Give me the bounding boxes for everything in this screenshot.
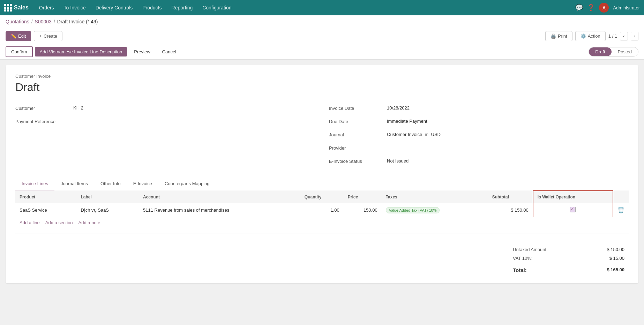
breadcrumb-s00003[interactable]: S00003 <box>35 19 52 24</box>
invoice-status-title: Draft <box>15 81 629 94</box>
nav-delivery-controls[interactable]: Delivery Controls <box>91 0 138 15</box>
vat-value: $ 15.00 <box>609 256 624 261</box>
tab-counterparts-mapping[interactable]: Counterparts Mapping <box>158 177 216 190</box>
breadcrumb: Quotations / S00003 / Draft Invoice (* 4… <box>0 15 644 28</box>
status-posted[interactable]: Posted <box>612 47 638 56</box>
toolbar: ✏️ Edit + Create 🖨️ Print ⚙️ Action 1 / … <box>0 28 644 44</box>
provider-input[interactable] <box>385 144 448 152</box>
invoice-type-label: Customer Invoice <box>15 74 629 79</box>
app-name: Sales <box>14 5 29 11</box>
preview-button[interactable]: Preview <box>129 47 155 56</box>
totals-untaxed-row: Untaxed Amount: $ 150.00 <box>513 245 624 254</box>
tab-invoice-lines[interactable]: Invoice Lines <box>15 177 54 190</box>
td-price[interactable]: 150.00 <box>344 203 382 217</box>
create-button[interactable]: + Create <box>34 31 62 41</box>
add-line-link[interactable]: Add a line <box>20 220 40 225</box>
einvoice-status-value: Not Issued <box>385 157 629 165</box>
avatar[interactable]: A <box>599 3 609 13</box>
th-quantity: Quantity <box>300 191 344 203</box>
action-button[interactable]: ⚙️ Action <box>575 31 606 41</box>
field-invoice-date: Invoice Date 10/28/2022 <box>329 104 629 114</box>
tax-badge[interactable]: Value Added Tax (VAT) 10% <box>386 207 440 213</box>
confirm-button[interactable]: Confirm <box>6 46 33 57</box>
action-bar: Confirm Add Vietnamese Invoice Line Desc… <box>0 44 644 60</box>
totals-section: Untaxed Amount: $ 150.00 VAT 10%: $ 15.0… <box>15 240 629 275</box>
totals-table: Untaxed Amount: $ 150.00 VAT 10%: $ 15.0… <box>513 245 624 275</box>
form-col-left: Customer KH 2 Payment Reference <box>15 104 315 171</box>
td-account[interactable]: 5111 Revenue from sales of merchandises <box>139 203 300 217</box>
user-name[interactable]: Administrator <box>613 5 640 10</box>
field-payment-ref: Payment Reference <box>15 118 315 127</box>
total-label: Total: <box>513 267 527 273</box>
edit-icon: ✏️ <box>11 33 16 39</box>
customer-value[interactable]: KH 2 <box>71 104 315 112</box>
journal-label: Journal <box>329 131 385 137</box>
th-account: Account <box>139 191 300 203</box>
due-date-label: Due Date <box>329 118 385 124</box>
td-label[interactable]: Dịch vụ SaaS <box>76 203 139 217</box>
provider-label: Provider <box>329 144 385 151</box>
breadcrumb-quotations[interactable]: Quotations <box>6 19 29 24</box>
th-actions <box>613 191 629 203</box>
tab-other-info[interactable]: Other Info <box>94 177 127 190</box>
tab-einvoice[interactable]: E-Invoice <box>127 177 158 190</box>
payment-ref-input[interactable] <box>71 118 135 126</box>
print-icon: 🖨️ <box>551 33 556 39</box>
print-button[interactable]: 🖨️ Print <box>545 31 572 41</box>
td-product[interactable]: SaaS Service <box>15 203 76 217</box>
add-section-link[interactable]: Add a section <box>45 220 73 225</box>
help-icon[interactable]: ❓ <box>587 4 595 12</box>
payment-ref-label: Payment Reference <box>15 118 71 124</box>
status-draft[interactable]: Draft <box>589 47 611 56</box>
nav-menu: Orders To Invoice Delivery Controls Prod… <box>34 0 237 15</box>
invoice-date-label: Invoice Date <box>329 104 385 111</box>
td-subtotal: $ 150.00 <box>488 203 533 217</box>
gear-icon: ⚙️ <box>581 33 586 39</box>
viet-desc-button[interactable]: Add Vietnamese Invoice Line Description <box>35 47 127 56</box>
add-line-bar: Add a line Add a section Add a note <box>15 217 629 228</box>
edit-button[interactable]: ✏️ Edit <box>6 31 31 41</box>
td-quantity[interactable]: 1.00 <box>300 203 344 217</box>
invoice-card: Customer Invoice Draft Customer KH 2 Pay… <box>6 65 638 283</box>
chat-icon[interactable]: 💬 <box>575 4 583 12</box>
breadcrumb-sep-1: / <box>31 19 33 24</box>
nav-configuration[interactable]: Configuration <box>197 0 236 15</box>
nav-to-invoice[interactable]: To Invoice <box>59 0 91 15</box>
field-journal: Journal Customer Invoice in USD <box>329 131 629 141</box>
tab-journal-items[interactable]: Journal Items <box>54 177 94 190</box>
untaxed-label: Untaxed Amount: <box>513 247 548 252</box>
totals-vat-row: VAT 10%: $ 15.00 <box>513 254 624 263</box>
pager-next[interactable]: › <box>631 32 638 40</box>
total-value: $ 165.00 <box>607 267 624 273</box>
pager-prev[interactable]: ‹ <box>620 32 628 40</box>
totals-total-row: Total: $ 165.00 <box>513 264 624 275</box>
th-price: Price <box>344 191 382 203</box>
nav-logo[interactable]: Sales <box>4 4 29 12</box>
tabs-bar: Invoice Lines Journal Items Other Info E… <box>15 177 629 190</box>
td-taxes: Value Added Tax (VAT) 10% <box>382 203 488 217</box>
invoice-date-value[interactable]: 10/28/2022 <box>385 104 629 112</box>
table-row: SaaS Service Dịch vụ SaaS 5111 Revenue f… <box>15 203 629 217</box>
field-due-date: Due Date Immediate Payment <box>329 118 629 127</box>
delete-row-icon[interactable]: 🗑️ <box>617 207 624 213</box>
due-date-value[interactable]: Immediate Payment <box>385 118 629 125</box>
nav-products[interactable]: Products <box>137 0 166 15</box>
nav-orders[interactable]: Orders <box>34 0 59 15</box>
pager: 1 / 1 ‹ › <box>608 32 638 40</box>
breadcrumb-current: Draft Invoice (* 49) <box>57 19 98 24</box>
invoice-table: Product Label Account Quantity Price Tax… <box>15 190 629 217</box>
top-nav: Sales Orders To Invoice Delivery Control… <box>0 0 644 15</box>
nav-reporting[interactable]: Reporting <box>167 0 198 15</box>
th-label: Label <box>76 191 139 203</box>
form-col-right: Invoice Date 10/28/2022 Due Date Immedia… <box>329 104 629 171</box>
journal-value: Customer Invoice in USD <box>385 131 629 138</box>
status-toggle: Draft Posted <box>589 47 638 56</box>
app-grid-icon <box>4 4 12 12</box>
wallet-checkbox[interactable] <box>570 207 576 212</box>
th-subtotal: Subtotal <box>488 191 533 203</box>
add-note-link[interactable]: Add a note <box>78 220 100 225</box>
cancel-action-button[interactable]: Cancel <box>157 47 181 56</box>
th-is-wallet: Is Wallet Operation <box>533 191 613 203</box>
main-content: Customer Invoice Draft Customer KH 2 Pay… <box>0 60 644 289</box>
field-customer: Customer KH 2 <box>15 104 315 114</box>
